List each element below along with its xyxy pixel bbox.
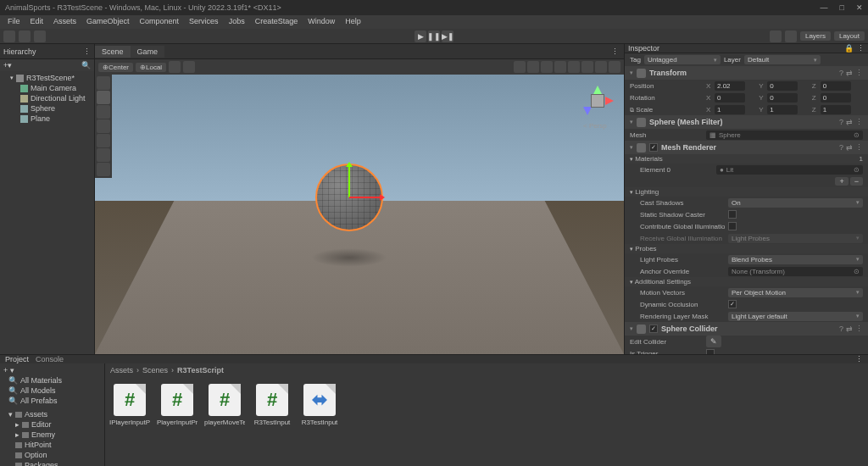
pos-x[interactable] <box>715 81 745 91</box>
rot-y[interactable] <box>767 93 798 103</box>
grid-icon[interactable] <box>169 61 181 73</box>
occlusion-toggle[interactable]: ✓ <box>728 300 737 308</box>
pos-y[interactable] <box>767 81 798 91</box>
orientation-gizmo[interactable]: < Persp <box>576 80 619 130</box>
help-icon[interactable]: ? <box>839 69 843 77</box>
game-tab[interactable]: Game <box>131 46 165 58</box>
asset-item[interactable]: #R3TestInput <box>254 384 290 466</box>
mesh-renderer-toggle[interactable]: ✓ <box>649 143 658 152</box>
draw-mode-icon[interactable] <box>514 61 526 73</box>
edit-collider-button[interactable]: ✎ <box>706 336 721 347</box>
folder-item[interactable]: Option <box>2 450 103 460</box>
motion-dropdown[interactable]: Per Object Motion <box>728 288 863 297</box>
inspector-tab[interactable]: Inspector <box>628 44 659 53</box>
audio-icon[interactable] <box>554 61 566 73</box>
is-trigger-toggle[interactable] <box>706 349 715 354</box>
search-icon[interactable] <box>785 31 797 42</box>
layer-mask-dropdown[interactable]: Light Layer default <box>728 312 863 321</box>
menu-createstage[interactable]: CreateStage <box>251 16 303 28</box>
menu-window[interactable]: Window <box>303 16 339 28</box>
panel-menu-icon[interactable]: ⋮ <box>83 47 91 56</box>
static-shadow-toggle[interactable] <box>728 210 737 219</box>
rot-z[interactable] <box>821 93 851 103</box>
remove-material-button[interactable]: − <box>850 177 863 186</box>
panel-menu-icon[interactable]: ⋮ <box>857 44 865 53</box>
scale-x[interactable] <box>715 105 745 114</box>
account-icon[interactable] <box>3 31 15 42</box>
hierarchy-search-icon[interactable]: 🔍 <box>81 61 91 69</box>
menu-icon[interactable]: ⋮ <box>855 69 863 77</box>
mesh-field[interactable]: ▦ Sphere <box>706 130 863 140</box>
anchor-field[interactable]: None (Transform) <box>728 267 863 276</box>
console-tab[interactable]: Console <box>36 355 64 363</box>
hierarchy-item[interactable]: Plane <box>0 114 94 124</box>
step-button[interactable]: ▶❚ <box>442 31 453 42</box>
custom-tool[interactable] <box>97 163 110 176</box>
transform-tool[interactable] <box>97 148 110 162</box>
scale-z[interactable] <box>821 105 851 114</box>
scale-tool[interactable] <box>97 119 110 133</box>
gizmo-icon[interactable] <box>581 61 593 73</box>
mesh-renderer-header[interactable]: ▾ ✓ Mesh Renderer ?⇄⋮ <box>625 141 868 154</box>
manage-icon[interactable] <box>34 31 46 42</box>
folder-item[interactable]: HitPoint <box>2 440 103 450</box>
minimize-icon[interactable]: — <box>821 3 828 12</box>
breadcrumb[interactable]: Assets › Scenes › R3TestScript <box>105 363 868 377</box>
hand-tool[interactable] <box>97 76 110 90</box>
panel-menu-icon[interactable]: ⋮ <box>606 47 624 56</box>
filter-item[interactable]: 🔍All Materials <box>2 375 103 386</box>
sphere-collider-header[interactable]: ▾ ✓ Sphere Collider ?⇄⋮ <box>625 322 868 336</box>
scene-viewport[interactable]: < Persp <box>95 75 624 354</box>
create-dropdown-icon[interactable]: +▾ <box>3 61 12 69</box>
filter-item[interactable]: 🔍All Prefabs <box>2 396 103 406</box>
project-tab[interactable]: Project <box>5 355 29 363</box>
rot-x[interactable] <box>715 93 745 103</box>
panel-menu-icon[interactable]: ⋮ <box>855 355 863 363</box>
lock-icon[interactable]: 🔒 <box>844 44 854 53</box>
2d-toggle[interactable] <box>527 61 539 73</box>
lighting-icon[interactable] <box>541 61 553 73</box>
menu-edit[interactable]: Edit <box>26 16 48 28</box>
add-material-button[interactable]: + <box>835 177 848 186</box>
assets-folder[interactable]: ▾ Assets <box>2 409 103 419</box>
preset-icon[interactable]: ⇄ <box>846 69 853 77</box>
rotate-tool[interactable] <box>97 105 110 119</box>
fx-icon[interactable] <box>568 61 580 73</box>
layout-dropdown[interactable]: Layout <box>834 31 865 41</box>
play-button[interactable]: ▶ <box>415 31 426 42</box>
maximize-icon[interactable]: □ <box>840 3 844 12</box>
local-dropdown[interactable]: ⊕Local <box>136 63 166 72</box>
asset-item[interactable]: ⬌R3TestInput <box>302 384 337 466</box>
hierarchy-tab[interactable]: Hierarchy <box>3 47 36 56</box>
mesh-filter-header[interactable]: ▾ Sphere (Mesh Filter) ?⇄⋮ <box>625 115 868 129</box>
collider-toggle[interactable]: ✓ <box>649 325 658 333</box>
layers-dropdown[interactable]: Layers <box>800 31 831 41</box>
tag-dropdown[interactable]: Untagged <box>644 55 721 64</box>
camera-icon[interactable] <box>595 61 607 73</box>
cloud-icon[interactable] <box>19 31 31 42</box>
hierarchy-item[interactable]: Sphere <box>0 103 94 114</box>
layer-dropdown[interactable]: Default <box>744 55 821 64</box>
menu-file[interactable]: File <box>3 16 25 28</box>
hierarchy-item[interactable]: Directional Light <box>0 93 94 103</box>
pause-button[interactable]: ❚❚ <box>428 31 440 42</box>
material-field[interactable]: ● Lit <box>716 165 863 175</box>
menu-jobs[interactable]: Jobs <box>225 16 249 28</box>
undo-history-icon[interactable] <box>770 31 782 42</box>
menu-services[interactable]: Services <box>185 16 223 28</box>
scene-tab[interactable]: Scene <box>95 46 131 58</box>
menu-gameobject[interactable]: GameObject <box>82 16 134 28</box>
transform-header[interactable]: ▾ Transform ?⇄⋮ <box>625 66 868 80</box>
asset-item[interactable]: #playerMoveTe... <box>207 384 242 466</box>
menu-help[interactable]: Help <box>341 16 365 28</box>
close-icon[interactable]: ✕ <box>856 3 863 12</box>
move-tool[interactable] <box>97 91 110 104</box>
hierarchy-item[interactable]: Main Camera <box>0 83 94 93</box>
pos-z[interactable] <box>821 81 851 91</box>
menu-assets[interactable]: Assets <box>49 16 81 28</box>
scene-root[interactable]: ▾R3TestScene* <box>0 73 94 83</box>
folder-item[interactable]: ▸Editor <box>2 419 103 430</box>
gizmos-dropdown[interactable] <box>609 61 620 73</box>
cast-shadows-dropdown[interactable]: On <box>728 198 863 208</box>
menu-component[interactable]: Component <box>136 16 184 28</box>
